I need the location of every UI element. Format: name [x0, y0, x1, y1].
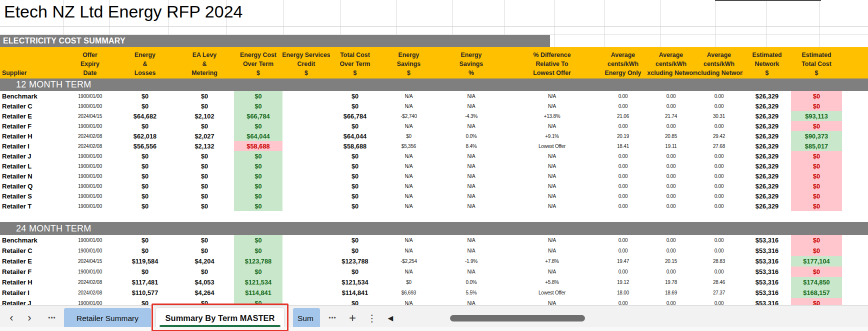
cell-savings[interactable]: -$2,254: [380, 256, 438, 266]
cell-avg_excl[interactable]: 0.00: [647, 191, 695, 201]
cell-total_cost[interactable]: $66,784: [330, 111, 380, 121]
cell-savings[interactable]: N/A: [380, 266, 438, 277]
scroll-left-icon[interactable]: ◀: [384, 310, 397, 326]
cell-energy_losses[interactable]: $0: [115, 161, 175, 171]
header-cell-ea_levy[interactable]: EA Levy&Metering: [175, 47, 234, 78]
cell-energy_losses[interactable]: $0: [115, 191, 175, 201]
cell-expiry[interactable]: 1900/01/00: [65, 266, 115, 277]
header-cell-total_cost[interactable]: Total CostOver Term$: [330, 47, 380, 78]
cell-energy_cost[interactable]: $58,688: [234, 141, 282, 151]
cell-expiry[interactable]: 2024/02/08: [65, 277, 115, 288]
cell-savings_pct[interactable]: 0.0%: [438, 131, 505, 141]
cell-est_total[interactable]: $0: [791, 91, 842, 101]
sheet-menu-icon[interactable]: ⋮: [366, 310, 378, 326]
cell-avg_energy[interactable]: 0.00: [599, 246, 647, 256]
tab-summary-by-term-master[interactable]: Summary By Term MASTER: [156, 308, 284, 328]
cell-energy_losses[interactable]: $0: [115, 246, 175, 256]
cell-est_network[interactable]: $53,316: [743, 246, 791, 256]
cell-savings[interactable]: N/A: [380, 91, 438, 101]
cell-energy_cost[interactable]: $66,784: [234, 111, 282, 121]
cell-energy_cost[interactable]: $0: [234, 151, 282, 161]
add-sheet-button[interactable]: +: [345, 310, 360, 326]
cell-savings_pct[interactable]: N/A: [438, 235, 505, 246]
cell-savings_pct[interactable]: N/A: [438, 151, 505, 161]
header-cell-credit[interactable]: Energy ServicesCredit$: [282, 47, 330, 78]
cell-total_cost[interactable]: $0: [330, 151, 380, 161]
cell-diff[interactable]: N/A: [505, 235, 599, 246]
cell-avg_incl[interactable]: 0.00: [695, 91, 743, 101]
cell-diff[interactable]: +13.8%: [505, 111, 599, 121]
cell-est_total[interactable]: $0: [791, 181, 842, 191]
cell-avg_excl[interactable]: 0.00: [647, 171, 695, 181]
cell-ea_levy[interactable]: $0: [175, 121, 234, 131]
cell-supplier[interactable]: Retailer S: [0, 191, 65, 201]
cell-savings[interactable]: N/A: [380, 101, 438, 111]
cell-avg_energy[interactable]: 0.00: [599, 91, 647, 101]
cell-avg_excl[interactable]: 0.00: [647, 161, 695, 171]
cell-energy_losses[interactable]: $0: [115, 235, 175, 246]
cell-supplier[interactable]: Retailer E: [0, 256, 65, 266]
cell-diff[interactable]: +5.8%: [505, 277, 599, 288]
cell-diff[interactable]: N/A: [505, 201, 599, 211]
cell-expiry[interactable]: 1900/01/00: [65, 171, 115, 181]
cell-avg_energy[interactable]: 20.19: [599, 131, 647, 141]
cell-avg_incl[interactable]: 0.00: [695, 161, 743, 171]
cell-credit[interactable]: [282, 201, 330, 211]
sheet-nav-next-icon[interactable]: ›: [23, 310, 36, 326]
cell-energy_cost[interactable]: $0: [234, 235, 282, 246]
cell-supplier[interactable]: Retailer C: [0, 101, 65, 111]
cell-avg_energy[interactable]: 0.00: [599, 121, 647, 131]
cell-est_network[interactable]: $26,329: [743, 141, 791, 151]
cell-energy_losses[interactable]: $110,577: [115, 288, 175, 298]
cell-energy_losses[interactable]: $117,481: [115, 277, 175, 288]
cell-avg_excl[interactable]: 0.00: [647, 266, 695, 277]
cell-est_total[interactable]: $0: [791, 246, 842, 256]
cell-est_network[interactable]: $53,316: [743, 235, 791, 246]
summary-banner-cell[interactable]: ELECTRICITY COST SUMMARY: [0, 35, 550, 47]
cell-energy_losses[interactable]: $64,682: [115, 111, 175, 121]
cell-ea_levy[interactable]: $0: [175, 171, 234, 181]
cell-total_cost[interactable]: $0: [330, 121, 380, 131]
cell-energy_cost[interactable]: $0: [234, 91, 282, 101]
cell-savings[interactable]: $0: [380, 131, 438, 141]
cell-savings_pct[interactable]: N/A: [438, 191, 505, 201]
cell-ea_levy[interactable]: $4,053: [175, 277, 234, 288]
cell-avg_incl[interactable]: 0.00: [695, 171, 743, 181]
cell-ea_levy[interactable]: $2,132: [175, 141, 234, 151]
sheet-title-cell[interactable]: Etech NZ Ltd Energy RFP 2024: [4, 2, 243, 22]
cell-energy_cost[interactable]: $121,534: [234, 277, 282, 288]
cell-avg_incl[interactable]: 29.42: [695, 131, 743, 141]
cell-est_network[interactable]: $26,329: [743, 101, 791, 111]
cell-ea_levy[interactable]: $0: [175, 151, 234, 161]
cell-credit[interactable]: [282, 161, 330, 171]
cell-avg_incl[interactable]: 0.00: [695, 235, 743, 246]
cell-expiry[interactable]: 1900/01/00: [65, 121, 115, 131]
cell-est_total[interactable]: $0: [791, 101, 842, 111]
cell-diff[interactable]: N/A: [505, 151, 599, 161]
cell-savings[interactable]: N/A: [380, 201, 438, 211]
cell-savings_pct[interactable]: N/A: [438, 201, 505, 211]
cell-energy_cost[interactable]: $0: [234, 181, 282, 191]
cell-avg_incl[interactable]: 27.68: [695, 141, 743, 151]
header-cell-est_total[interactable]: EstimatedTotal Cost$: [791, 47, 842, 78]
cell-savings_pct[interactable]: N/A: [438, 91, 505, 101]
cell-expiry[interactable]: 1900/01/00: [65, 161, 115, 171]
cell-est_total[interactable]: $0: [791, 151, 842, 161]
cell-savings[interactable]: N/A: [380, 121, 438, 131]
cell-energy_losses[interactable]: $0: [115, 91, 175, 101]
cell-expiry[interactable]: 1900/01/00: [65, 151, 115, 161]
cell-est_network[interactable]: $26,329: [743, 111, 791, 121]
cell-supplier[interactable]: Retailer I: [0, 141, 65, 151]
cell-est_network[interactable]: $26,329: [743, 91, 791, 101]
cell-total_cost[interactable]: $0: [330, 171, 380, 181]
cell-supplier[interactable]: Retailer T: [0, 201, 65, 211]
cell-avg_excl[interactable]: 19.11: [647, 141, 695, 151]
cell-supplier[interactable]: Benchmark: [0, 91, 65, 101]
cell-est_network[interactable]: $26,329: [743, 131, 791, 141]
cell-supplier[interactable]: Retailer N: [0, 171, 65, 181]
cell-est_total[interactable]: $177,104: [791, 256, 842, 266]
cell-energy_cost[interactable]: $0: [234, 171, 282, 181]
cell-savings_pct[interactable]: 8.4%: [438, 141, 505, 151]
cell-avg_excl[interactable]: 0.00: [647, 91, 695, 101]
cell-savings_pct[interactable]: 0.0%: [438, 277, 505, 288]
